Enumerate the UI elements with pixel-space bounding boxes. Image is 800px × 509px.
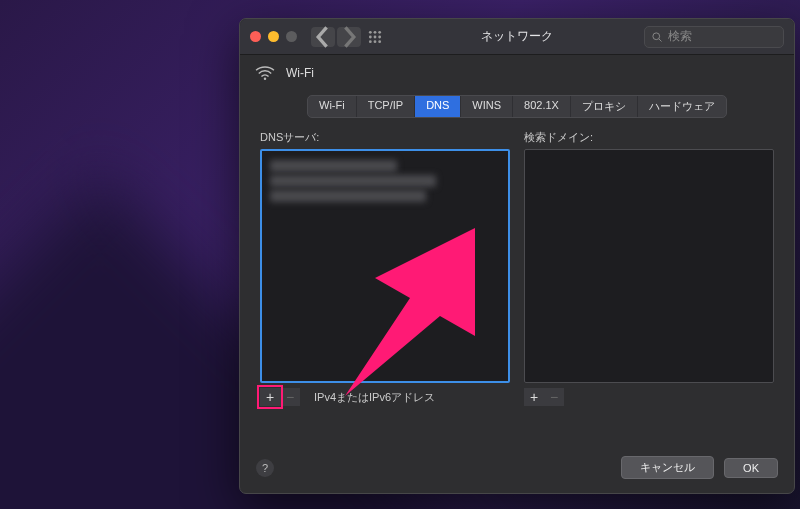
close-icon[interactable] (250, 31, 261, 42)
show-all-icon[interactable] (365, 27, 385, 47)
svg-point-9 (653, 32, 660, 39)
back-button[interactable] (311, 27, 335, 47)
svg-point-3 (369, 35, 372, 38)
window-controls (250, 31, 297, 42)
zoom-icon (286, 31, 297, 42)
cancel-button[interactable]: キャンセル (621, 456, 714, 479)
svg-point-6 (369, 40, 372, 43)
search-placeholder: 検索 (668, 28, 692, 45)
svg-line-10 (659, 38, 662, 41)
tab-dns[interactable]: DNS (415, 96, 461, 117)
tab-proxy[interactable]: プロキシ (571, 96, 638, 117)
titlebar: ネットワーク 検索 (240, 19, 794, 55)
tab-hardware[interactable]: ハードウェア (638, 96, 726, 117)
tab-wins[interactable]: WINS (461, 96, 513, 117)
svg-point-4 (374, 35, 377, 38)
svg-point-0 (369, 30, 372, 33)
svg-point-7 (374, 40, 377, 43)
tab-8021x[interactable]: 802.1X (513, 96, 571, 117)
search-domains-label: 検索ドメイン: (524, 130, 774, 145)
dns-remove-button[interactable]: − (280, 388, 300, 406)
svg-point-5 (378, 35, 381, 38)
footer: ? キャンセル OK (240, 446, 794, 493)
help-button[interactable]: ? (256, 459, 274, 477)
wifi-icon (254, 65, 276, 81)
tab-bar: Wi-Fi TCP/IP DNS WINS 802.1X プロキシ ハードウェア (307, 95, 727, 118)
search-icon (651, 31, 663, 43)
network-preferences-window: ネットワーク 検索 Wi-Fi Wi-Fi TCP/IP DNS WINS 80… (239, 18, 795, 494)
dns-servers-list[interactable] (260, 149, 510, 383)
svg-point-11 (264, 78, 266, 80)
interface-header: Wi-Fi (240, 55, 794, 87)
search-domains-panel: 検索ドメイン: + − (524, 130, 774, 406)
svg-point-8 (378, 40, 381, 43)
tab-wifi[interactable]: Wi-Fi (308, 96, 357, 117)
tab-tcpip[interactable]: TCP/IP (357, 96, 415, 117)
search-field[interactable]: 検索 (644, 26, 784, 48)
interface-name: Wi-Fi (286, 66, 314, 80)
dns-servers-label: DNSサーバ: (260, 130, 510, 145)
domain-add-button[interactable]: + (524, 388, 544, 406)
ok-button[interactable]: OK (724, 458, 778, 478)
minimize-icon[interactable] (268, 31, 279, 42)
dns-add-button[interactable]: + (260, 388, 280, 406)
dns-hint: IPv4またはIPv6アドレス (314, 390, 435, 405)
domain-remove-button[interactable]: − (544, 388, 564, 406)
forward-button[interactable] (337, 27, 361, 47)
search-domains-list[interactable] (524, 149, 774, 383)
svg-point-2 (378, 30, 381, 33)
svg-point-1 (374, 30, 377, 33)
dns-servers-panel: DNSサーバ: + − IPv4またはIPv6アドレス (260, 130, 510, 406)
